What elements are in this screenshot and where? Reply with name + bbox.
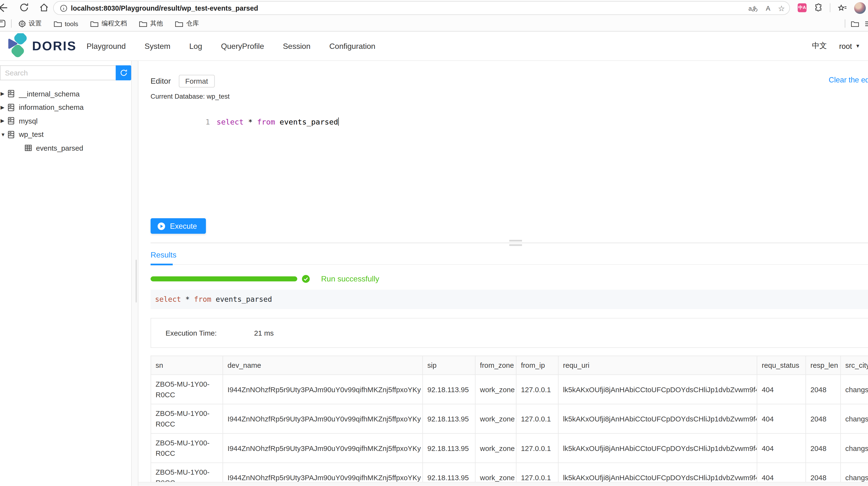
sidebar-resize-gutter[interactable]	[131, 61, 138, 486]
table-row: ZBO5-MU-1Y00-R0CCI944ZnNOhzfRp5r9Uty3PAJ…	[151, 375, 868, 404]
cell-src_city: changsha	[841, 433, 868, 463]
browser-toolbar: localhost:8030/Playground/result/wp_test…	[0, 0, 868, 16]
clear-editor-link[interactable]: Clear the editor	[829, 76, 868, 84]
tree-item-information-schema[interactable]: ▶ information_schema	[0, 101, 131, 114]
table-row: ZBO5-MU-1Y00-R0CCI944ZnNOhzfRp5r9Uty3PAJ…	[151, 433, 868, 463]
caret-collapsed-icon[interactable]: ▶	[0, 91, 7, 96]
editor-results-splitter[interactable]	[151, 242, 868, 243]
cell-dev_name: I944ZnNOhzfRp5r9Uty3PAJm90uY0v99qifhMKZn…	[223, 375, 423, 404]
splitter-handle[interactable]	[509, 240, 522, 241]
run-status-row: Run successfully	[151, 274, 868, 283]
cell-resp_len: 2048	[806, 433, 840, 463]
column-header-sip: sip	[423, 356, 475, 375]
success-check-icon	[302, 275, 310, 283]
tab-sidebar-icon[interactable]	[0, 19, 5, 28]
bookmark-folder-repo[interactable]: 仓库	[175, 19, 199, 28]
splitter-handle[interactable]	[509, 244, 522, 246]
cell-from_ip: 127.0.0.1	[516, 375, 558, 404]
cell-src_city: changsha	[841, 404, 868, 433]
cell-from_ip: 127.0.0.1	[516, 433, 558, 463]
bookmarks-divider	[11, 19, 11, 28]
folder-icon	[139, 20, 147, 27]
database-icon	[7, 117, 15, 125]
table-icon	[24, 144, 32, 152]
extensions-puzzle-icon[interactable]	[814, 3, 823, 12]
tree-item-events-parsed[interactable]: events_parsed	[0, 141, 131, 155]
home-icon[interactable]	[39, 2, 50, 13]
doris-logo[interactable]: DORIS	[5, 33, 76, 58]
back-icon[interactable]	[0, 2, 8, 13]
play-circle-icon	[157, 222, 165, 230]
bookmark-folder-tools[interactable]: tools	[54, 20, 78, 27]
cell-sn: ZBO5-MU-1Y00-R0CC	[151, 404, 223, 433]
column-header-src_city: src_city	[841, 356, 868, 375]
main-nav: Playground System Log QueryProfile Sessi…	[87, 41, 375, 51]
cell-resp_len: 2048	[806, 375, 840, 404]
execution-time-label: Execution Time:	[165, 329, 254, 337]
cell-requ_status: 404	[757, 404, 806, 433]
caret-expanded-icon[interactable]: ▼	[0, 132, 7, 137]
format-button[interactable]: Format	[179, 75, 215, 87]
tree-item-internal-schema[interactable]: ▶ __internal_schema	[0, 87, 131, 101]
cell-requ_uri: lk5kAKxOUfji8jAnHAbiCCtoUFCpDOYdsCHliJp1…	[558, 375, 757, 404]
cell-requ_uri: lk5kAKxOUfji8jAnHAbiCCtoUFCpDOYdsCHliJp1…	[558, 404, 757, 433]
bookmarks-bar: 设置 tools 编程文档 其他 仓库	[0, 16, 868, 31]
sql-editor-line[interactable]: 1select * from events_parsed	[151, 109, 339, 135]
nav-playground[interactable]: Playground	[87, 41, 126, 51]
address-bar[interactable]: localhost:8030/Playground/result/wp_test…	[53, 1, 790, 15]
nav-configuration[interactable]: Configuration	[329, 41, 375, 51]
execute-button[interactable]: Execute	[151, 218, 206, 234]
caret-collapsed-icon[interactable]: ▶	[0, 105, 7, 110]
collections-icon[interactable]	[838, 3, 847, 12]
search-input[interactable]	[0, 65, 116, 80]
run-status-text: Run successfully	[321, 274, 379, 283]
nav-queryprofile[interactable]: QueryProfile	[221, 41, 264, 51]
site-info-icon[interactable]	[60, 4, 67, 12]
sidebar-scrollbar-thumb[interactable]	[135, 260, 137, 302]
reload-icon[interactable]	[19, 2, 30, 13]
tab-results[interactable]: Results	[151, 250, 177, 259]
tree-item-mysql[interactable]: ▶ mysql	[0, 114, 131, 128]
column-header-sn: sn	[151, 356, 223, 375]
caret-collapsed-icon[interactable]: ▶	[0, 118, 7, 124]
refresh-icon	[119, 69, 128, 77]
cell-sn: ZBO5-MU-1Y00-R0CC	[151, 375, 223, 404]
bookmarks-divider	[845, 19, 845, 28]
horizontal-scrollbar-track[interactable]	[138, 482, 868, 486]
column-header-from_zone: from_zone	[475, 356, 517, 375]
translate-badge-icon[interactable]: 中A	[798, 3, 807, 12]
cell-resp_len: 2048	[806, 404, 840, 433]
folder-icon	[175, 20, 183, 27]
nav-log[interactable]: Log	[189, 41, 202, 51]
column-header-dev_name: dev_name	[223, 356, 423, 375]
tree-item-wp-test[interactable]: ▼ wp_test	[0, 128, 131, 141]
other-bookmarks-folder-icon[interactable]	[851, 20, 859, 27]
url-text[interactable]: localhost:8030/Playground/result/wp_test…	[71, 4, 258, 12]
bookmark-settings[interactable]: 设置	[19, 19, 41, 28]
refresh-button[interactable]	[116, 65, 131, 80]
cell-sn: ZBO5-MU-1Y00-R0CC	[151, 433, 223, 463]
favorite-star-icon[interactable]: ☆	[778, 4, 785, 13]
progress-bar	[151, 276, 297, 281]
font-size-icon[interactable]: aあ	[748, 4, 758, 12]
playground-main: Editor Format Clear the editor Current D…	[138, 61, 868, 486]
language-switch[interactable]: 中文	[812, 41, 827, 51]
executed-sql-echo: select * from events_parsed	[151, 290, 868, 309]
cell-from_zone: work_zone	[475, 433, 517, 463]
schema-sidebar: ▶ __internal_schema ▶ information_schema…	[0, 61, 131, 486]
app-header: DORIS Playground System Log QueryProfile…	[0, 32, 868, 61]
profile-avatar[interactable]	[854, 2, 866, 13]
bookmark-folder-docs[interactable]: 编程文档	[90, 19, 127, 28]
bookmark-folder-other[interactable]: 其他	[139, 19, 163, 28]
cell-sip: 92.18.113.95	[423, 375, 475, 404]
folder-icon	[90, 20, 99, 27]
read-aloud-icon[interactable]: A	[766, 4, 770, 12]
nav-session[interactable]: Session	[283, 41, 311, 51]
results-table-body: ZBO5-MU-1Y00-R0CCI944ZnNOhzfRp5r9Uty3PAJ…	[151, 375, 868, 486]
overflow-menu-icon[interactable]	[865, 20, 868, 27]
sql-editor[interactable]: 1select * from events_parsed	[151, 101, 868, 218]
user-menu[interactable]: root ▼	[839, 42, 860, 50]
browser-window: localhost:8030/Playground/result/wp_test…	[0, 0, 868, 486]
nav-system[interactable]: System	[145, 41, 170, 51]
database-icon	[7, 104, 15, 111]
